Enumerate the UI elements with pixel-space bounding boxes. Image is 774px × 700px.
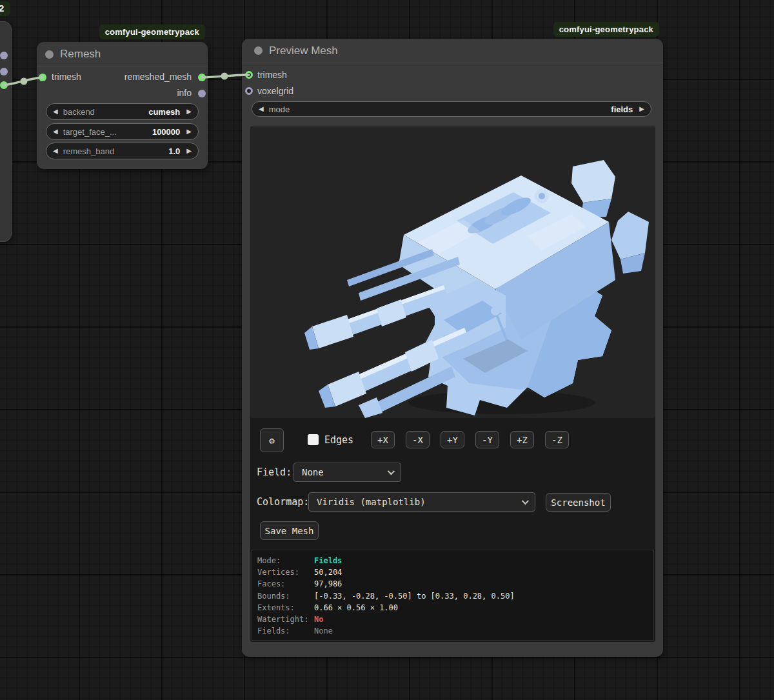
widget-label: target_face_... — [63, 127, 117, 137]
widget-value: 1.0 — [168, 146, 180, 156]
stat-value-mode: Fields — [314, 555, 342, 566]
node-pack-badge: comfyui-geometrypack — [553, 22, 659, 37]
node-pack-badge: comfyui-geometrypack — [99, 25, 205, 39]
input-pin-voxelgrid[interactable] — [245, 87, 253, 95]
widget-target-face-count[interactable]: ◀ target_face_... 100000 ▶ — [46, 123, 199, 140]
widget-value: cumesh — [148, 107, 180, 117]
widget-label: remesh_band — [63, 146, 115, 156]
node-title: Remesh — [60, 48, 101, 61]
decrement-arrow-icon[interactable]: ◀ — [53, 128, 58, 135]
edges-checkbox[interactable] — [308, 434, 319, 445]
stat-row-watertight: Watertight: No — [257, 614, 648, 625]
stat-row-extents: Extents: 0.66 × 0.56 × 1.00 — [257, 602, 648, 614]
stat-row-faces: Faces: 97,986 — [257, 578, 648, 590]
title-divider — [242, 63, 663, 63]
widget-value: 100000 — [152, 127, 180, 137]
output-pin[interactable] — [0, 81, 8, 89]
prev-option-arrow-icon[interactable]: ◀ — [259, 106, 264, 112]
axis-button-minus-x[interactable]: -X — [406, 431, 430, 448]
widget-backend[interactable]: ◀ backend cumesh ▶ — [46, 103, 199, 120]
output-pin-info[interactable] — [198, 90, 206, 97]
input-pin-trimesh[interactable] — [39, 74, 46, 81]
colormap-select-value: Viridis (matplotlib) — [317, 497, 426, 507]
axis-button-plus-y[interactable]: +Y — [441, 431, 464, 448]
mesh-render — [250, 126, 655, 418]
output-pin-remeshed-mesh[interactable] — [198, 74, 206, 81]
input-label-voxelgrid: voxelgrid — [257, 86, 293, 96]
mesh-stats-panel: Mode: Fields Vertices: 50,204 Faces: 97,… — [252, 550, 654, 641]
axis-button-plus-z[interactable]: +Z — [510, 431, 534, 448]
edges-label: Edges — [324, 434, 353, 446]
output-label-remeshed-mesh: remeshed_mesh — [124, 72, 192, 82]
collapse-dot-icon[interactable] — [254, 46, 263, 55]
viewport-settings-button[interactable]: ⚙ — [260, 428, 284, 452]
colormap-select[interactable]: Viridis (matplotlib) — [308, 492, 535, 512]
node-graph-canvas[interactable]: 2 comfyui-geometrypack Remesh trimesh re… — [0, 0, 774, 700]
stat-row-bounds: Bounds: [-0.33, -0.28, -0.50] to [0.33, … — [257, 590, 648, 602]
output-label-info: info — [177, 88, 192, 98]
next-option-arrow-icon[interactable]: ▶ — [639, 106, 644, 112]
stat-value-faces: 97,986 — [314, 578, 342, 590]
input-label-trimesh: trimesh — [52, 72, 81, 82]
axis-button-minus-z[interactable]: -Z — [545, 431, 569, 448]
chevron-down-icon — [388, 468, 395, 475]
input-label-trimesh: trimesh — [257, 70, 287, 80]
mesh-preview-panel: ⚙ Edges +X -X +Y -Y +Z -Z Field: None Co… — [250, 126, 655, 642]
stat-value-vertices: 50,204 — [314, 566, 342, 578]
widget-label: mode — [269, 105, 290, 114]
widget-mode[interactable]: ◀ mode fields ▶ — [252, 101, 651, 117]
preview-mesh-node[interactable]: comfyui-geometrypack Preview Mesh trimes… — [242, 39, 663, 657]
increment-arrow-icon[interactable]: ▶ — [186, 128, 192, 135]
title-divider — [37, 66, 208, 66]
save-mesh-button[interactable]: Save Mesh — [260, 521, 319, 540]
partial-node[interactable] — [0, 21, 12, 242]
increment-arrow-icon[interactable]: ▶ — [186, 108, 192, 115]
node-title: Preview Mesh — [269, 45, 338, 57]
collapse-dot-icon[interactable] — [45, 50, 54, 59]
stat-row-mode: Mode: Fields — [257, 555, 648, 566]
field-select[interactable]: None — [293, 463, 401, 482]
widget-value: fields — [611, 105, 633, 114]
axis-button-plus-x[interactable]: +X — [371, 431, 395, 448]
input-pin-trimesh[interactable] — [245, 71, 253, 79]
axis-button-minus-y[interactable]: -Y — [475, 431, 499, 448]
stat-value-watertight: No — [314, 614, 323, 625]
colormap-label: Colormap: — [257, 496, 309, 508]
output-pin[interactable] — [0, 68, 8, 75]
output-pin[interactable] — [0, 52, 8, 59]
mesh-viewport-3d[interactable] — [250, 126, 655, 418]
gear-icon: ⚙ — [269, 435, 274, 446]
widget-remesh-band[interactable]: ◀ remesh_band 1.0 ▶ — [46, 143, 199, 159]
stat-row-fields: Fields: None — [257, 625, 648, 637]
field-label: Field: — [257, 466, 292, 478]
stat-row-vertices: Vertices: 50,204 — [257, 566, 648, 578]
increment-arrow-icon[interactable]: ▶ — [186, 148, 192, 154]
widget-label: backend — [63, 107, 95, 117]
partial-node-badge: 2 — [0, 1, 10, 16]
decrement-arrow-icon[interactable]: ◀ — [53, 148, 58, 154]
stat-value-bounds: [-0.33, -0.28, -0.50] to [0.33, 0.28, 0.… — [314, 590, 515, 602]
decrement-arrow-icon[interactable]: ◀ — [53, 108, 58, 115]
remesh-node[interactable]: comfyui-geometrypack Remesh trimesh reme… — [37, 42, 208, 169]
stat-value-extents: 0.66 × 0.56 × 1.00 — [314, 602, 398, 614]
field-select-value: None — [302, 467, 324, 477]
screenshot-button[interactable]: Screenshot — [546, 493, 611, 512]
chevron-down-icon — [522, 497, 529, 505]
stat-value-fields: None — [314, 625, 333, 637]
